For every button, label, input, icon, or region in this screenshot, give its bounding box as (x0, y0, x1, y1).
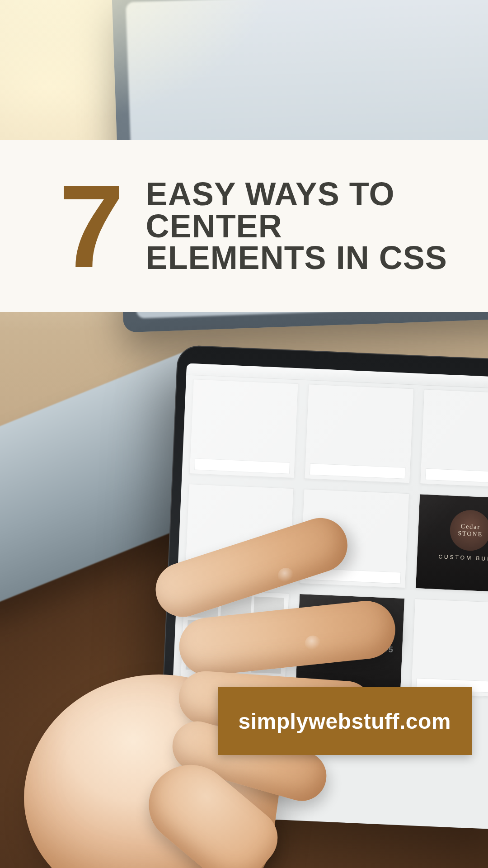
grid-tile (420, 389, 488, 488)
brand-badge-bottom: STONE (458, 530, 483, 538)
site-link[interactable]: simplywebstuff.com (218, 687, 472, 755)
grid-tile (305, 384, 414, 483)
brand-subtext: CUSTOM BUILT (417, 552, 488, 563)
title-band: 7 EASY WAYS TO CENTER ELEMENTS IN CSS (0, 140, 488, 312)
tablet-illustration: Cedar STONE CUSTOM BUILT Cedar +5 (157, 345, 488, 831)
site-label: simplywebstuff.com (239, 709, 451, 734)
grid-tile (185, 484, 294, 583)
plus-count: +5 (384, 645, 393, 655)
big-number: 7 (59, 167, 122, 285)
grid-tile-brand: Cedar STONE CUSTOM BUILT (415, 494, 488, 593)
grid-tile-dark: Cedar +5 (295, 594, 404, 693)
grid-tile (189, 379, 299, 478)
grid-tile (411, 599, 488, 698)
grid-tile-mosaic (180, 589, 289, 688)
promo-card: Cedar STONE CUSTOM BUILT Cedar +5 (0, 0, 488, 868)
tablet-grid: Cedar STONE CUSTOM BUILT Cedar +5 (174, 379, 488, 830)
headline: EASY WAYS TO CENTER ELEMENTS IN CSS (146, 178, 488, 274)
tablet-screen: Cedar STONE CUSTOM BUILT Cedar +5 (167, 363, 488, 830)
grid-tile (300, 489, 409, 588)
